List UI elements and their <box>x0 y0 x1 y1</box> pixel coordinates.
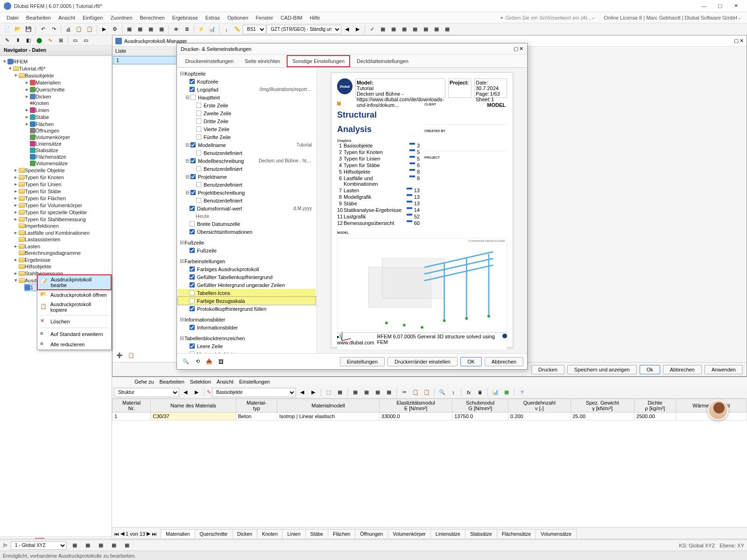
cb-modellname[interactable] <box>190 142 196 148</box>
tb-next-icon[interactable]: ▶ <box>191 387 202 398</box>
table-cell[interactable]: 33000.0 <box>379 413 452 420</box>
cb-logopfad[interactable] <box>190 87 195 92</box>
cb-benutzerdef1[interactable] <box>196 150 202 156</box>
ts6-icon[interactable]: ⊞ <box>56 35 66 46</box>
st4-icon[interactable]: ▦ <box>109 540 119 551</box>
cb-modellbeschr[interactable] <box>190 158 196 164</box>
menu-search[interactable]: ▸ Geben Sie ein Schlüsselwort ein (Al... <box>500 14 591 21</box>
table-cell[interactable]: C30/37 <box>151 413 236 420</box>
cb-gef-hintergrund[interactable] <box>190 282 195 288</box>
cb-haupttext[interactable] <box>190 95 196 100</box>
tb-paste-icon[interactable]: 📋 <box>422 387 432 398</box>
menu-optionen[interactable]: Optionen <box>224 14 252 21</box>
combo-bs1[interactable]: BS1 <box>243 25 266 34</box>
table-tab[interactable]: Öffnungen <box>355 529 388 538</box>
cancel-button[interactable]: Abbrechen <box>485 357 523 366</box>
cb-projektbeschr[interactable] <box>190 190 196 196</box>
ctx-collapse[interactable]: ≡Alle reduzieren <box>37 339 111 350</box>
table-menu-bearbeiten[interactable]: Bearbeiten <box>160 379 184 385</box>
table-tab[interactable]: Stabsätze <box>465 529 497 538</box>
new-icon[interactable]: 📄 <box>2 24 12 35</box>
tb-next2-icon[interactable]: ▶ <box>308 387 318 398</box>
cb-uebersicht[interactable] <box>190 229 195 235</box>
undo-icon[interactable]: ↶ <box>38 24 48 35</box>
menu-bearbeiten[interactable]: Bearbeiten <box>22 14 55 21</box>
apm-save-button[interactable]: Speichern und anzeigen <box>567 365 637 374</box>
menu-ansicht[interactable]: Ansicht <box>55 14 79 21</box>
cb-vierte[interactable] <box>196 126 202 132</box>
cb-farbige-bezug[interactable] <box>190 298 195 304</box>
status-cs-combo[interactable]: 1 - Global XYZ <box>11 541 67 550</box>
t5-icon[interactable]: ▦ <box>410 24 420 35</box>
add-icon[interactable]: ➕ <box>114 350 125 360</box>
cb-infobilder[interactable] <box>190 325 195 330</box>
table-tab[interactable]: Liniensätze <box>430 529 465 538</box>
tb-copy-icon[interactable]: 📋 <box>410 387 421 398</box>
ctx-delete[interactable]: ✕Löschen <box>37 316 111 327</box>
apm-apply-button[interactable]: Anwenden <box>705 365 743 374</box>
apm-print-button[interactable]: Drucken <box>531 365 564 374</box>
table-cell[interactable]: Beton <box>236 413 277 420</box>
apm-cancel-button[interactable]: Abbrechen <box>663 365 702 374</box>
t4-icon[interactable]: ▦ <box>399 24 409 35</box>
pager-last-icon[interactable]: ⏭ <box>152 531 157 537</box>
prev-icon[interactable]: ◀ <box>342 24 352 35</box>
cb-leere-zeile[interactable] <box>190 343 195 349</box>
layers-icon[interactable]: ≣ <box>182 24 192 35</box>
tb-prev2-icon[interactable]: ◀ <box>297 387 307 398</box>
open-icon[interactable]: 📂 <box>13 24 23 35</box>
copy-icon[interactable]: 📋 <box>74 24 84 35</box>
table-tab[interactable]: Volumenkörper <box>388 529 431 538</box>
st1-icon[interactable]: ▦ <box>70 540 80 551</box>
tb-filter-icon[interactable]: ▦ <box>335 387 345 398</box>
grid4-icon[interactable]: ▦ <box>156 24 167 35</box>
table-menu-gehe[interactable]: Gehe zu <box>134 379 154 385</box>
ts3-icon[interactable]: ◧ <box>23 35 34 46</box>
cb-erste[interactable] <box>196 103 202 108</box>
save-icon[interactable]: 💾 <box>23 24 34 35</box>
cb-benutzerdef4[interactable] <box>196 198 202 203</box>
ctx-copy[interactable]: 📋Ausdruckprotokoll kopiere <box>37 300 111 314</box>
cb-farbig-ap[interactable] <box>190 266 195 272</box>
tb-excel-icon[interactable]: ▦ <box>501 387 512 398</box>
menu-cad-bim[interactable]: CAD-BIM <box>277 14 306 21</box>
view-icon[interactable]: 👁 <box>171 24 181 35</box>
menu-zuordnen[interactable]: Zuordnen <box>106 14 136 21</box>
table-menu-ansicht[interactable]: Ansicht <box>217 379 233 385</box>
table-header[interactable]: Spez. Gewichtγ [kN/m³] <box>571 399 634 413</box>
apm-maximize-button[interactable]: ▢ <box>734 38 739 44</box>
table-tab[interactable]: Linien <box>282 529 305 538</box>
dlg-close-button[interactable]: ✕ <box>519 46 523 52</box>
table-tab[interactable]: Querschnitte <box>195 529 233 538</box>
apm-ok-button[interactable]: Ok <box>640 365 660 374</box>
table-tab[interactable]: Volumensätze <box>536 529 577 538</box>
print-icon[interactable]: 🖨 <box>63 24 73 35</box>
st2-icon[interactable]: ▦ <box>83 540 93 551</box>
image-icon[interactable]: 🖼 <box>216 357 226 367</box>
cb-fusszeile[interactable] <box>190 248 195 253</box>
tb-help-icon[interactable]: ? <box>517 387 527 398</box>
ts4-icon[interactable]: ⬤ <box>34 35 44 46</box>
table-header[interactable]: ElastizitätsmodulE [N/mm²] <box>379 399 452 413</box>
assistant-avatar[interactable] <box>708 399 728 420</box>
tb-select-icon[interactable]: ⬚ <box>324 387 334 398</box>
tb-chart-icon[interactable]: 📊 <box>490 387 500 398</box>
table-menu-einstellungen[interactable]: Einstellungen <box>239 379 270 385</box>
tb-prev-icon[interactable]: ◀ <box>180 387 190 398</box>
table-header[interactable]: Name des Materials <box>151 399 236 413</box>
cb-protokollkopf[interactable] <box>190 306 195 312</box>
table-header[interactable]: Material-typ <box>236 399 277 413</box>
table-tab[interactable]: Dicken <box>232 529 257 538</box>
cb-tabellen-icons[interactable] <box>190 290 195 296</box>
cb-horiz-linie[interactable] <box>190 351 195 353</box>
tb-t1-icon[interactable]: ▦ <box>350 387 360 398</box>
margins-button[interactable]: Druckerränder einstellen <box>388 357 458 366</box>
tab-sonstige[interactable]: Sonstige Einstellungen <box>287 55 350 67</box>
table-cell[interactable]: Isotrop | Linear elastisch <box>277 413 380 420</box>
table-cell[interactable]: 1 <box>113 413 151 420</box>
table-tab[interactable]: Stäbe <box>305 529 328 538</box>
menu-datei[interactable]: Datei <box>3 14 22 21</box>
ts7-icon[interactable]: ▭ <box>70 35 80 46</box>
cb-gef-tabellen[interactable] <box>190 274 195 280</box>
menu-hilfe[interactable]: Hilfe <box>306 14 324 21</box>
